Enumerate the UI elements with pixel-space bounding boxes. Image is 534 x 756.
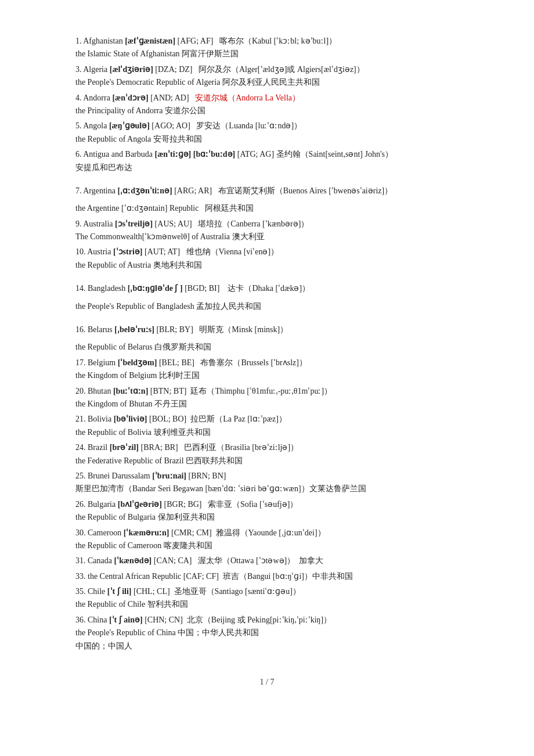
entry-line: 安提瓜和巴布达 bbox=[75, 161, 459, 174]
entry-line: 30. Cameroon [ˈkæməruːn] [CMR; CM] 雅温得（Y… bbox=[75, 527, 459, 539]
spacer bbox=[75, 315, 459, 323]
entry-australia: 9. Australia [ɔsˈtreiljə] [AUS; AU] 堪培拉（… bbox=[75, 218, 459, 244]
entry-line: the Republic of Belarus 白俄罗斯共和国 bbox=[75, 341, 459, 354]
entry-afghanistan: 1. Afghanistan [æfˈɡænistæn] [AFG; AF] 喀… bbox=[75, 35, 459, 61]
entry-line: 9. Australia [ɔsˈtreiljə] [AUS; AU] 堪培拉（… bbox=[75, 218, 459, 231]
entry-line: 17. Belgium [ˈbeldʒəm] [BEL; BE] 布鲁塞尔（Br… bbox=[75, 357, 459, 369]
entry-algeria: 3. Algeria [ælˈdʒiəriə] [DZA; DZ] 阿尔及尔（A… bbox=[75, 63, 459, 89]
entry-line: 1. Afghanistan [æfˈɡænistæn] [AFG; AF] 喀… bbox=[75, 35, 459, 48]
entry-china: 36. China [ˈt ʃ ainə] [CHN; CN] 北京（Beiji… bbox=[75, 614, 459, 653]
entry-line: the Republic of Angola 安哥拉共和国 bbox=[75, 133, 459, 146]
spacer bbox=[75, 336, 459, 341]
entry-line: 35. Chile [ˈt ʃ ili] [CHL; CL] 圣地亚哥（Sant… bbox=[75, 585, 459, 598]
entry-line: 36. China [ˈt ʃ ainə] [CHN; CN] 北京（Beiji… bbox=[75, 614, 459, 627]
spacer bbox=[75, 296, 459, 300]
entry-line: the Republic of Chile 智利共和国 bbox=[75, 598, 459, 611]
entry-line: 24. Brazil [brəˈzil] [BRA; BR] 巴西利亚（Bras… bbox=[75, 441, 459, 454]
entry-line: the Principality of Andorra 安道尔公国 bbox=[75, 105, 459, 117]
main-content: 1. Afghanistan [æfˈɡænistæn] [AFG; AF] 喀… bbox=[75, 35, 459, 689]
entry-line: 10. Austria [ˈɔstriə] [AUT; AT] 维也纳（Vien… bbox=[75, 246, 459, 258]
entry-line: 16. Belarus [ˌbeləˈruːs] [BLR; BY] 明斯克（M… bbox=[75, 323, 459, 336]
entry-line: the Republic of Bulgaria 保加利亚共和国 bbox=[75, 511, 459, 524]
entry-cameroon: 30. Cameroon [ˈkæməruːn] [CMR; CM] 雅温得（Y… bbox=[75, 527, 459, 553]
entry-line: the Argentine [ˈɑːdʒəntain] Republic 阿根廷… bbox=[75, 202, 459, 215]
entry-line: the Kingdom of Bhutan 不丹王国 bbox=[75, 398, 459, 411]
entry-brunei: 25. Brunei Darussalam [ˈbruːnai] [BRN; B… bbox=[75, 470, 459, 496]
entry-line: 3. Algeria [ælˈdʒiəriə] [DZA; DZ] 阿尔及尔（A… bbox=[75, 63, 459, 76]
entry-bulgaria: 26. Bulgaria [bʌlˈɡeəriə] [BGR; BG] 索非亚（… bbox=[75, 498, 459, 524]
entry-argentina: 7. Argentina [ˌɑːdʒənˈtiːnə] [ARG; AR] 布… bbox=[75, 185, 459, 215]
entry-line: 33. the Central African Republic [CAF; C… bbox=[75, 570, 459, 583]
entry-line: the Kingdom of Belgium 比利时王国 bbox=[75, 369, 459, 382]
entry-bhutan: 20. Bhutan [buːˈtɑːn] [BTN; BT] 廷布（Thimp… bbox=[75, 385, 459, 411]
entry-line: 4. Andorra [ænˈdɔrə] [AND; AD] 安道尔城（Ando… bbox=[75, 92, 459, 105]
entry-line: 21. Bolivia [bəˈliviə] [BOL; BO] 拉巴斯（La … bbox=[75, 413, 459, 426]
entry-line: the People's Republic of Bangladesh 孟加拉人… bbox=[75, 300, 459, 313]
entry-line: the People's Democratic Republic of Alge… bbox=[75, 76, 459, 89]
entry-austria: 10. Austria [ˈɔstriə] [AUT; AT] 维也纳（Vien… bbox=[75, 246, 459, 272]
entry-line: 25. Brunei Darussalam [ˈbruːnai] [BRN; B… bbox=[75, 470, 459, 483]
entry-line: 14. Bangladesh [ˌbɑːŋɡləˈde ʃ ] [BGD; BI… bbox=[75, 282, 459, 295]
entry-line: 5. Angola [æŋˈɡəulə] [AGO; AO] 罗安达（Luand… bbox=[75, 120, 459, 132]
entry-belgium: 17. Belgium [ˈbeldʒəm] [BEL; BE] 布鲁塞尔（Br… bbox=[75, 357, 459, 383]
entry-line: 斯里巴加湾市（Bandar Seri Begawan [bænˈdɑː ˈsiə… bbox=[75, 483, 459, 495]
entry-andorra: 4. Andorra [ænˈdɔrə] [AND; AD] 安道尔城（Ando… bbox=[75, 92, 459, 118]
red-capital: 安道尔城（Andorra La Vella） bbox=[195, 93, 300, 102]
entry-line: the Federative Republic of Brazil 巴西联邦共和… bbox=[75, 455, 459, 467]
page-number: 1 / 7 bbox=[75, 676, 459, 689]
entry-central-african: 33. the Central African Republic [CAF; C… bbox=[75, 570, 459, 583]
entry-line: 6. Antigua and Barbuda [ænˈtiːɡə] [bɑːˈb… bbox=[75, 148, 459, 161]
entry-line: the Republic of Cameroon 喀麦隆共和国 bbox=[75, 539, 459, 552]
entry-line: The Commonwealth[ˈkɔmənwelθ] of Australi… bbox=[75, 231, 459, 243]
entry-canada: 31. Canada [ˈkænədə] [CAN; CA] 渥太华（Ottaw… bbox=[75, 555, 459, 567]
entry-line: 7. Argentina [ˌɑːdʒənˈtiːnə] [ARG; AR] 布… bbox=[75, 185, 459, 197]
entry-line: the Republic of Bolivia 玻利维亚共和国 bbox=[75, 426, 459, 439]
entry-line: the Islamic State of Afghanistan 阿富汗伊斯兰国 bbox=[75, 48, 459, 60]
entry-chile: 35. Chile [ˈt ʃ ili] [CHL; CL] 圣地亚哥（Sant… bbox=[75, 585, 459, 611]
entry-line: 26. Bulgaria [bʌlˈɡeəriə] [BGR; BG] 索非亚（… bbox=[75, 498, 459, 511]
entry-belarus: 16. Belarus [ˌbeləˈruːs] [BLR; BY] 明斯克（M… bbox=[75, 323, 459, 354]
entry-antigua: 6. Antigua and Barbuda [ænˈtiːɡə] [bɑːˈb… bbox=[75, 148, 459, 174]
spacer bbox=[75, 274, 459, 282]
entry-line: 31. Canada [ˈkænədə] [CAN; CA] 渥太华（Ottaw… bbox=[75, 555, 459, 567]
entry-bangladesh: 14. Bangladesh [ˌbɑːŋɡləˈde ʃ ] [BGD; BI… bbox=[75, 282, 459, 313]
spacer bbox=[75, 177, 459, 185]
entry-line: 中国的；中国人 bbox=[75, 640, 459, 653]
entry-angola: 5. Angola [æŋˈɡəulə] [AGO; AO] 罗安达（Luand… bbox=[75, 120, 459, 146]
entry-line: the People's Republic of China 中国；中华人民共和… bbox=[75, 627, 459, 639]
entry-brazil: 24. Brazil [brəˈzil] [BRA; BR] 巴西利亚（Bras… bbox=[75, 441, 459, 467]
entry-line: 20. Bhutan [buːˈtɑːn] [BTN; BT] 廷布（Thimp… bbox=[75, 385, 459, 398]
entry-line: the Republic of Austria 奥地利共和国 bbox=[75, 259, 459, 272]
spacer bbox=[75, 197, 459, 202]
entry-bolivia: 21. Bolivia [bəˈliviə] [BOL; BO] 拉巴斯（La … bbox=[75, 413, 459, 439]
